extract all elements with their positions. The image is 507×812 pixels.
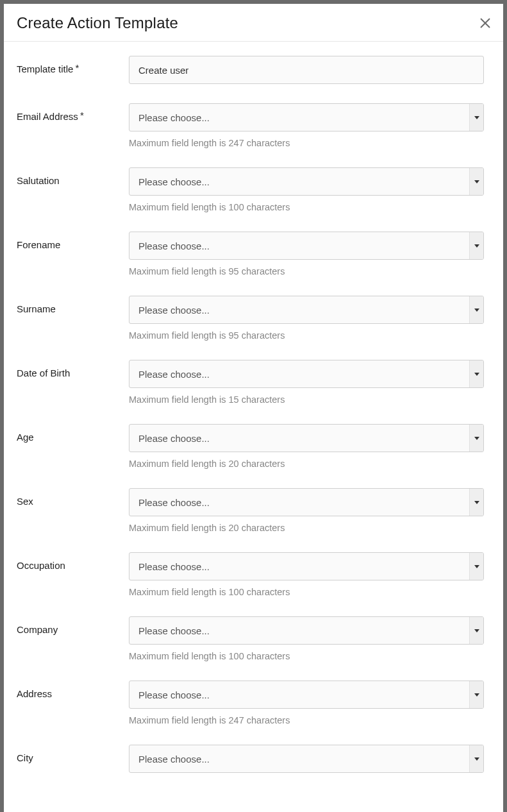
- form-row-surname: Surname Please choose... Maximum field l…: [17, 296, 484, 341]
- label-age: Age: [17, 424, 129, 443]
- select-placeholder: Please choose...: [129, 232, 469, 259]
- create-action-template-modal: Create Action Template Template title* E…: [4, 4, 503, 812]
- form-row-sex: Sex Please choose... Maximum field lengt…: [17, 488, 484, 533]
- select-placeholder: Please choose...: [129, 425, 469, 452]
- hint-age: Maximum field length is 20 characters: [129, 459, 484, 469]
- label-sex: Sex: [17, 488, 129, 507]
- email-select[interactable]: Please choose...: [129, 103, 484, 131]
- chevron-down-icon: [469, 489, 483, 516]
- label-company: Company: [17, 616, 129, 635]
- form-row-company: Company Please choose... Maximum field l…: [17, 616, 484, 661]
- form-row-email: Email Address* Please choose... Maximum …: [17, 103, 484, 148]
- label-city: City: [17, 745, 129, 763]
- label-email: Email Address*: [17, 103, 129, 122]
- hint-surname: Maximum field length is 95 characters: [129, 330, 484, 341]
- chevron-down-icon: [469, 425, 483, 452]
- address-select[interactable]: Please choose...: [129, 681, 484, 709]
- select-placeholder: Please choose...: [129, 104, 469, 131]
- company-select[interactable]: Please choose...: [129, 616, 484, 645]
- form-row-city: City Please choose...: [17, 745, 484, 773]
- hint-salutation: Maximum field length is 100 characters: [129, 202, 484, 212]
- hint-occupation: Maximum field length is 100 characters: [129, 587, 484, 597]
- form-row-forename: Forename Please choose... Maximum field …: [17, 232, 484, 276]
- salutation-select[interactable]: Please choose...: [129, 167, 484, 196]
- chevron-down-icon: [469, 681, 483, 708]
- label-dob: Date of Birth: [17, 360, 129, 378]
- label-salutation: Salutation: [17, 167, 129, 186]
- required-asterisk: *: [80, 110, 84, 121]
- label-occupation: Occupation: [17, 552, 129, 571]
- label-template-title: Template title*: [17, 56, 129, 74]
- close-icon[interactable]: [480, 18, 490, 28]
- select-placeholder: Please choose...: [129, 745, 469, 772]
- hint-sex: Maximum field length is 20 characters: [129, 523, 484, 533]
- occupation-select[interactable]: Please choose...: [129, 552, 484, 580]
- chevron-down-icon: [469, 617, 483, 644]
- select-placeholder: Please choose...: [129, 296, 469, 323]
- select-placeholder: Please choose...: [129, 360, 469, 387]
- chevron-down-icon: [469, 168, 483, 195]
- label-forename: Forename: [17, 232, 129, 250]
- chevron-down-icon: [469, 296, 483, 323]
- form-row-salutation: Salutation Please choose... Maximum fiel…: [17, 167, 484, 212]
- required-asterisk: *: [75, 62, 79, 73]
- hint-address: Maximum field length is 247 characters: [129, 715, 484, 725]
- chevron-down-icon: [469, 232, 483, 259]
- form-row-title: Template title*: [17, 56, 484, 84]
- select-placeholder: Please choose...: [129, 681, 469, 708]
- chevron-down-icon: [469, 745, 483, 772]
- label-surname: Surname: [17, 296, 129, 314]
- form-row-dob: Date of Birth Please choose... Maximum f…: [17, 360, 484, 405]
- surname-select[interactable]: Please choose...: [129, 296, 484, 324]
- city-select[interactable]: Please choose...: [129, 745, 484, 773]
- dob-select[interactable]: Please choose...: [129, 360, 484, 388]
- hint-forename: Maximum field length is 95 characters: [129, 266, 484, 276]
- select-placeholder: Please choose...: [129, 489, 469, 516]
- select-placeholder: Please choose...: [129, 617, 469, 644]
- chevron-down-icon: [469, 104, 483, 131]
- chevron-down-icon: [469, 360, 483, 387]
- age-select[interactable]: Please choose...: [129, 424, 484, 452]
- select-placeholder: Please choose...: [129, 553, 469, 580]
- hint-dob: Maximum field length is 15 characters: [129, 394, 484, 405]
- chevron-down-icon: [469, 553, 483, 580]
- select-placeholder: Please choose...: [129, 168, 469, 195]
- forename-select[interactable]: Please choose...: [129, 232, 484, 260]
- template-title-input[interactable]: [129, 56, 484, 84]
- form-row-age: Age Please choose... Maximum field lengt…: [17, 424, 484, 469]
- modal-body: Template title* Email Address* Please ch…: [4, 42, 503, 812]
- form-row-occupation: Occupation Please choose... Maximum fiel…: [17, 552, 484, 597]
- modal-title: Create Action Template: [17, 14, 178, 32]
- hint-company: Maximum field length is 100 characters: [129, 651, 484, 661]
- label-address: Address: [17, 681, 129, 699]
- form-row-address: Address Please choose... Maximum field l…: [17, 681, 484, 725]
- modal-header: Create Action Template: [4, 4, 503, 42]
- hint-email: Maximum field length is 247 characters: [129, 138, 484, 148]
- sex-select[interactable]: Please choose...: [129, 488, 484, 516]
